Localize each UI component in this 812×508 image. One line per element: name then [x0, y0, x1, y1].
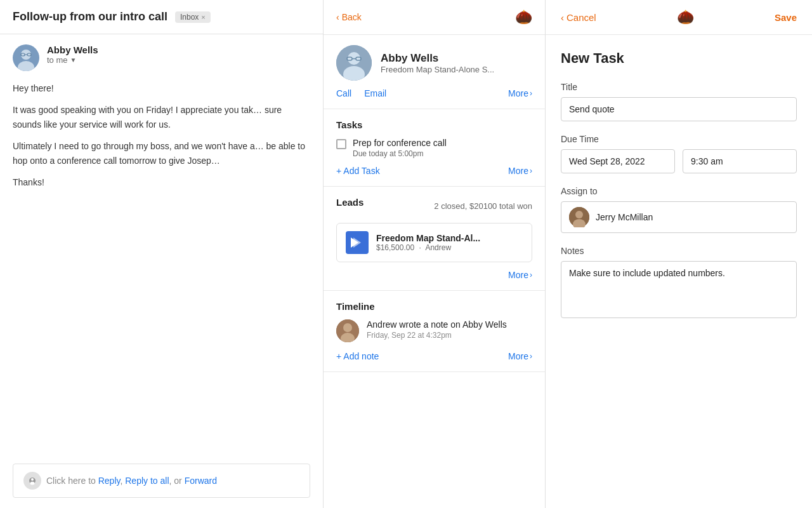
save-button[interactable]: Save: [775, 12, 797, 23]
add-task-button[interactable]: + Add Task: [336, 166, 380, 176]
notes-group: Notes Make sure to include updated numbe…: [561, 246, 797, 321]
reply-bar: Click here to Reply, Reply to all, or Fo…: [13, 464, 310, 498]
assign-avatar: [569, 207, 589, 227]
back-button[interactable]: ‹ Back: [336, 12, 362, 22]
contact-company: Freedom Map Stand-Alone S...: [381, 65, 494, 74]
crm-panel: ‹ Back 🌰 Abby Wells Freedom Map Stand-Al…: [324, 0, 546, 508]
tasks-footer: + Add Task More ›: [336, 166, 532, 176]
chevron-right-icon: ›: [530, 89, 532, 98]
forward-link[interactable]: Forward: [185, 476, 217, 486]
contact-details: Abby Wells Freedom Map Stand-Alone S...: [381, 52, 494, 74]
sender-info: Abby Wells to me ▼: [47, 44, 310, 65]
reply-link[interactable]: Reply: [98, 476, 121, 486]
svg-point-18: [343, 323, 352, 332]
form-acorn-icon: 🌰: [677, 9, 694, 25]
due-time-input[interactable]: [683, 149, 797, 173]
svg-point-8: [30, 482, 35, 485]
dropdown-arrow-icon[interactable]: ▼: [70, 57, 77, 64]
task-name: Prep for conference call: [353, 138, 447, 148]
leads-section: Leads 2 closed, $20100 total won Freedom…: [324, 187, 545, 291]
cancel-chevron-icon: ‹: [561, 12, 564, 23]
lead-amount: $16,500.00: [376, 243, 414, 252]
tasks-section: Tasks Prep for conference call Due today…: [324, 109, 545, 187]
notes-label: Notes: [561, 246, 797, 256]
svg-point-7: [31, 478, 34, 481]
timeline-chevron-icon: ›: [530, 352, 532, 361]
email-panel: Follow-up from our intro call Inbox × Ab…: [0, 0, 324, 508]
email-line-2: It was good speaking with you on Friday!…: [13, 103, 310, 131]
email-body: Hey there! It was good speaking with you…: [0, 71, 323, 453]
lead-owner: Andrew: [425, 243, 451, 252]
leads-more-button[interactable]: More ›: [508, 270, 532, 280]
tasks-more-button[interactable]: More ›: [508, 166, 532, 176]
timeline-section: Timeline Andrew wrote a note on Abby Wel…: [324, 291, 545, 372]
call-button[interactable]: Call: [336, 88, 351, 98]
sender-avatar: [13, 44, 39, 71]
task-checkbox[interactable]: [336, 139, 346, 149]
email-line-3: Ultimately I need to go through my boss,…: [13, 139, 310, 168]
inbox-badge: Inbox ×: [175, 11, 211, 23]
timeline-date: Friday, Sep 22 at 4:32pm: [367, 331, 507, 340]
inbox-close-icon[interactable]: ×: [201, 13, 205, 21]
timeline-title: Timeline: [336, 301, 532, 312]
contact-name: Abby Wells: [381, 52, 494, 65]
svg-point-21: [575, 211, 583, 218]
due-time-group: Due Time: [561, 134, 797, 173]
crm-header: ‹ Back 🌰: [324, 0, 545, 35]
title-label: Title: [561, 82, 797, 92]
email-line-4: Thanks!: [13, 175, 310, 189]
task-due: Due today at 5:00pm: [353, 149, 447, 158]
lead-card[interactable]: Freedom Map Stand-Al... $16,500.00 · And…: [336, 223, 532, 262]
timeline-more-button[interactable]: More ›: [508, 351, 532, 361]
contact-avatar: [336, 45, 372, 81]
assign-label: Assign to: [561, 186, 797, 196]
title-input[interactable]: [561, 97, 797, 121]
form-body: New Task Title Due Time Assign to: [546, 35, 812, 508]
reply-icon: [23, 472, 41, 490]
new-task-panel: ‹ Cancel 🌰 Save New Task Title Due Time …: [546, 0, 812, 508]
lead-icon: [346, 231, 369, 254]
leads-chevron-icon: ›: [530, 271, 532, 279]
timeline-avatar: [336, 319, 359, 342]
email-button[interactable]: Email: [364, 88, 386, 98]
notes-input[interactable]: Make sure to include updated numbers.: [561, 261, 797, 318]
email-line-1: Hey there!: [13, 81, 310, 95]
task-details: Prep for conference call Due today at 5:…: [353, 138, 447, 158]
contact-actions: Call Email More ›: [336, 88, 532, 98]
timeline-action: Andrew wrote a note on Abby Wells: [367, 319, 507, 330]
to-me: to me ▼: [47, 55, 310, 65]
add-note-button[interactable]: + Add note: [336, 351, 379, 361]
due-time-row: [561, 149, 797, 173]
assign-name: Jerry McMillan: [596, 212, 653, 222]
leads-title: Leads: [336, 197, 363, 208]
lead-name: Freedom Map Stand-Al...: [376, 233, 480, 243]
tasks-chevron-icon: ›: [530, 166, 532, 175]
task-item: Prep for conference call Due today at 5:…: [336, 138, 532, 158]
leads-footer: More ›: [336, 270, 532, 280]
due-date-input[interactable]: [561, 149, 675, 173]
title-group: Title: [561, 82, 797, 121]
assign-group: Assign to Jerry McMillan: [561, 186, 797, 233]
email-subject: Follow-up from our intro call: [13, 10, 167, 23]
reply-all-link[interactable]: Reply to all: [125, 476, 169, 486]
form-header: ‹ Cancel 🌰 Save: [546, 0, 812, 35]
timeline-footer: + Add note More ›: [336, 351, 532, 361]
contact-row: Abby Wells Freedom Map Stand-Alone S...: [336, 45, 532, 81]
timeline-item: Andrew wrote a note on Abby Wells Friday…: [336, 319, 532, 342]
inbox-label: Inbox: [180, 13, 199, 22]
lead-info: Freedom Map Stand-Al... $16,500.00 · And…: [376, 233, 480, 252]
email-meta: Abby Wells to me ▼: [0, 34, 323, 71]
form-title: New Task: [561, 50, 797, 67]
acorn-logo-icon: 🌰: [515, 9, 532, 25]
reply-text: Click here to Reply, Reply to all, or Fo…: [46, 476, 217, 486]
chevron-left-icon: ‹: [336, 12, 339, 22]
leads-header: Leads 2 closed, $20100 total won: [336, 197, 532, 215]
contact-section: Abby Wells Freedom Map Stand-Alone S... …: [324, 35, 545, 109]
assign-row[interactable]: Jerry McMillan: [561, 201, 797, 233]
contact-more-button[interactable]: More ›: [508, 88, 532, 98]
sender-name: Abby Wells: [47, 44, 310, 55]
leads-summary: 2 closed, $20100 total won: [434, 201, 532, 211]
due-time-label: Due Time: [561, 134, 797, 144]
cancel-button[interactable]: ‹ Cancel: [561, 12, 596, 23]
tasks-title: Tasks: [336, 119, 532, 130]
